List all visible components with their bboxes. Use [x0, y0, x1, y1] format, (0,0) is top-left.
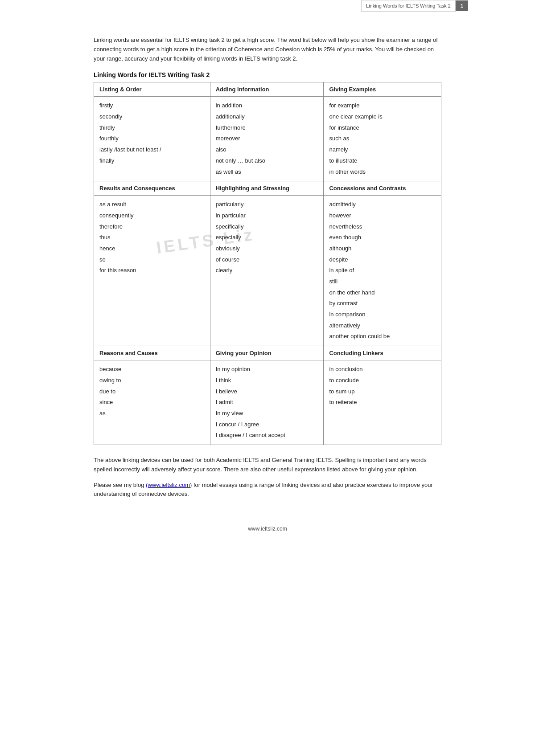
list-item: in conclusion — [329, 364, 436, 375]
list-item: even though — [329, 232, 436, 243]
list-item: so — [99, 254, 205, 266]
list-item: still — [329, 276, 436, 287]
list-item: additionally — [216, 111, 318, 123]
header-title: Linking Words for IELTS Writing Task 2 — [361, 0, 456, 12]
list-item: because — [99, 364, 205, 375]
table-header-r4-c0: Reasons and Causes — [94, 346, 210, 360]
list-item: for example — [329, 100, 436, 111]
list-item: I believe — [216, 386, 318, 397]
list-item: thirdly — [99, 123, 205, 134]
list-item: In my opinion — [216, 364, 318, 375]
list-item: another option could be — [329, 331, 436, 342]
table-header-r2-c2: Concessions and Contrasts — [324, 181, 441, 196]
table-header-r0-c2: Giving Examples — [324, 82, 441, 97]
list-item: I disagree / I cannot accept — [216, 430, 318, 441]
table-header-r4-c1: Giving your Opinion — [210, 346, 324, 360]
header-page-number: 1 — [456, 0, 468, 11]
list-item: furthermore — [216, 123, 318, 134]
table-header-r2-c1: Highlighting and Stressing — [210, 181, 324, 196]
list-item: also — [216, 144, 318, 155]
list-item: not only … but also — [216, 155, 318, 167]
list-item: as — [99, 408, 205, 419]
list-item: nevertheless — [329, 221, 436, 233]
list-item: moreover — [216, 133, 318, 144]
table-cell-r3-c0: as a resultconsequentlythereforethushenc… — [94, 196, 210, 346]
list-item: to sum up — [329, 386, 436, 397]
list-item: such as — [329, 133, 436, 144]
table-cell-r3-c1: particularlyin particularspecificallyesp… — [210, 196, 324, 346]
footer-paragraph-2: Please see my blog (www.ieltsliz.com) fo… — [94, 481, 441, 499]
table-header-r0-c0: Listing & Order — [94, 82, 210, 97]
list-item: I concur / I agree — [216, 419, 318, 430]
list-item: despite — [329, 254, 436, 266]
header-bar: Linking Words for IELTS Writing Task 2 1 — [361, 0, 468, 12]
page-wrapper: Linking Words for IELTS Writing Task 2 1… — [67, 0, 468, 559]
table-cell-r1-c1: in additionadditionallyfurthermoremoreov… — [210, 97, 324, 181]
list-item: clearly — [216, 265, 318, 276]
list-item: obviously — [216, 243, 318, 254]
list-item: hence — [99, 243, 205, 254]
list-item: in particular — [216, 210, 318, 221]
list-item: firstly — [99, 100, 205, 111]
list-item: admittedly — [329, 199, 436, 210]
list-item: fourthly — [99, 133, 205, 144]
table-header-r2-c0: Results and Consequences — [94, 181, 210, 196]
intro-paragraph: Linking words are essential for IELTS wr… — [94, 36, 441, 63]
table-cell-r5-c0: becauseowing todue tosinceas — [94, 360, 210, 445]
list-item: owing to — [99, 375, 205, 386]
list-item: namely — [329, 144, 436, 155]
list-item: in spite of — [329, 265, 436, 276]
list-item: finally — [99, 155, 205, 167]
list-item: specifically — [216, 221, 318, 233]
list-item: for this reason — [99, 265, 205, 276]
page-footer: www.ieltsliz.com — [94, 526, 441, 532]
list-item: I think — [216, 375, 318, 386]
list-item: however — [329, 210, 436, 221]
footer-paragraph-1: The above linking devices can be used fo… — [94, 456, 441, 474]
list-item: by contrast — [329, 298, 436, 309]
section-title: Linking Words for IELTS Writing Task 2 — [94, 71, 441, 78]
list-item: especially — [216, 232, 318, 243]
list-item: In my view — [216, 408, 318, 419]
list-item: for instance — [329, 123, 436, 134]
table-cell-r5-c2: in conclusionto concludeto sum upto reit… — [324, 360, 441, 445]
list-item: particularly — [216, 199, 318, 210]
list-item: thus — [99, 232, 205, 243]
table-cell-r1-c2: for exampleone clear example isfor insta… — [324, 97, 441, 181]
list-item: although — [329, 243, 436, 254]
list-item: in other words — [329, 167, 436, 178]
list-item: therefore — [99, 221, 205, 233]
list-item: lastly /last but not least / — [99, 144, 205, 155]
list-item: consequently — [99, 210, 205, 221]
table-cell-r1-c0: firstlysecondlythirdlyfourthlylastly /la… — [94, 97, 210, 181]
list-item: as well as — [216, 167, 318, 178]
table-header-r4-c2: Concluding Linkers — [324, 346, 441, 360]
list-item: in comparison — [329, 309, 436, 320]
linking-words-table: Listing & OrderAdding InformationGiving … — [94, 82, 441, 445]
table-cell-r3-c2: admittedlyhoweverneverthelesseven though… — [324, 196, 441, 346]
list-item: on the other hand — [329, 287, 436, 298]
table-header-r0-c1: Adding Information — [210, 82, 324, 97]
list-item: to illustrate — [329, 155, 436, 167]
list-item: due to — [99, 386, 205, 397]
list-item: of course — [216, 254, 318, 266]
list-item: in addition — [216, 100, 318, 111]
list-item: I admit — [216, 397, 318, 408]
table-cell-r5-c1: In my opinionI thinkI believeI admitIn m… — [210, 360, 324, 445]
footer-website: www.ieltsliz.com — [248, 526, 287, 532]
list-item: as a result — [99, 199, 205, 210]
list-item: alternatively — [329, 320, 436, 331]
list-item: to conclude — [329, 375, 436, 386]
list-item: to reiterate — [329, 397, 436, 408]
list-item: one clear example is — [329, 111, 436, 123]
footer-link[interactable]: (www.ieltsliz.com) — [146, 482, 192, 488]
list-item: secondly — [99, 111, 205, 123]
list-item: since — [99, 397, 205, 408]
